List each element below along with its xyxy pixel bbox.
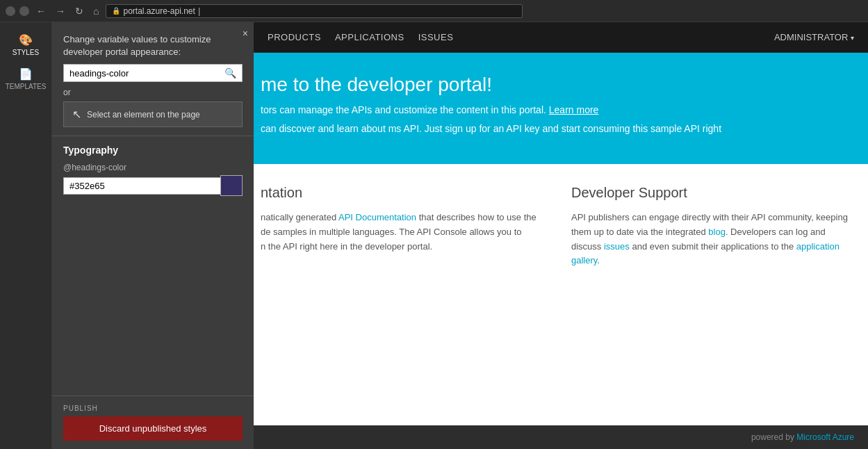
- select-element-label: Select an element on the page: [87, 110, 200, 120]
- publish-label: PUBLISH: [63, 405, 243, 412]
- support-title: Developer Support: [571, 185, 854, 201]
- portal-col-support: Developer Support API publishers can eng…: [571, 185, 854, 411]
- panel-header: Change variable values to customize deve…: [52, 22, 254, 64]
- microsoft-azure-link[interactable]: Microsoft Azure: [796, 432, 854, 442]
- color-value-input[interactable]: [63, 177, 220, 195]
- nav-issues[interactable]: ISSUES: [418, 32, 454, 42]
- docs-title: ntation: [261, 185, 543, 201]
- color-swatch[interactable]: [220, 175, 243, 196]
- address-cursor: |: [198, 6, 200, 16]
- docs-body-1: natically generated: [261, 212, 338, 222]
- lock-icon: 🔒: [112, 7, 120, 15]
- typography-title: Typography: [63, 145, 243, 156]
- typography-section: Typography @headings-color: [52, 136, 254, 204]
- search-row: 🔍: [52, 64, 254, 88]
- nav-applications[interactable]: APPLICATIONS: [335, 32, 404, 42]
- sidebar: 🎨 STYLES 📄 TEMPLATES: [0, 22, 52, 449]
- panel-close-button[interactable]: ×: [243, 28, 248, 39]
- support-body: API publishers can engage directly with …: [571, 211, 854, 268]
- search-button[interactable]: 🔍: [219, 64, 243, 82]
- panel-bottom: PUBLISH Discard unpublished styles: [52, 395, 254, 449]
- url-text: portal.azure-api.net: [123, 6, 195, 16]
- hero-body: can discover and learn about ms API. Jus…: [261, 122, 847, 136]
- sidebar-styles-label: STYLES: [13, 49, 39, 56]
- portal-footer: powered by Microsoft Azure: [254, 425, 868, 449]
- support-body-4: .: [597, 255, 600, 266]
- footer-text: powered by Microsoft Azure: [751, 432, 854, 442]
- admin-arrow-icon: ▾: [851, 34, 854, 42]
- portal-body: ntation natically generated API Document…: [254, 164, 868, 425]
- variable-label: @headings-color: [63, 163, 243, 172]
- learn-more-link[interactable]: Learn more: [549, 104, 599, 115]
- docs-body-4: n the API right here in the developer po…: [261, 241, 432, 252]
- api-docs-link[interactable]: API Documentation: [338, 212, 416, 222]
- browser-refresh-button[interactable]: ↻: [72, 4, 86, 18]
- footer-powered-by: powered by: [751, 432, 796, 442]
- browser-dot-2: [19, 6, 29, 16]
- docs-body-3: de samples in multiple languages. The AP…: [261, 227, 522, 237]
- discard-button[interactable]: Discard unpublished styles: [63, 416, 243, 441]
- browser-home-button[interactable]: ⌂: [90, 4, 101, 18]
- portal-nav: PRODUCTS APPLICATIONS ISSUES ADMINISTRAT…: [254, 22, 868, 53]
- browser-dot-1: [6, 6, 15, 16]
- templates-icon: 📄: [19, 67, 33, 81]
- main-area: 🎨 STYLES 📄 TEMPLATES × Change variable v…: [0, 22, 868, 449]
- color-input-row: [63, 175, 243, 196]
- issues-link[interactable]: issues: [604, 241, 630, 252]
- portal-content: PRODUCTS APPLICATIONS ISSUES ADMINISTRAT…: [254, 22, 868, 449]
- address-bar[interactable]: 🔒 portal.azure-api.net |: [106, 4, 523, 18]
- sidebar-item-templates[interactable]: 📄 TEMPLATES: [0, 62, 51, 96]
- sidebar-item-styles[interactable]: 🎨 STYLES: [0, 28, 51, 62]
- hero-subtitle-text: tors can manage the APIs and customize t…: [261, 104, 546, 115]
- styles-icon: 🎨: [19, 33, 33, 47]
- blog-link[interactable]: blog: [708, 227, 726, 237]
- hero-subtitle: tors can manage the APIs and customize t…: [261, 103, 847, 117]
- select-element-button[interactable]: ↖ Select an element on the page: [63, 101, 243, 127]
- browser-forward-button[interactable]: →: [53, 4, 68, 18]
- portal-col-docs: ntation natically generated API Document…: [261, 185, 543, 411]
- sidebar-templates-label: TEMPLATES: [6, 83, 47, 90]
- styles-panel: × Change variable values to customize de…: [52, 22, 254, 449]
- nav-products[interactable]: PRODUCTS: [268, 32, 321, 42]
- cursor-icon: ↖: [72, 108, 81, 121]
- docs-body-2: that describes how to use the: [416, 212, 537, 222]
- portal-hero: me to the developer portal! tors can man…: [254, 53, 868, 164]
- or-text: or: [52, 88, 254, 101]
- docs-body: natically generated API Documentation th…: [261, 211, 543, 254]
- admin-label: ADMINISTRATOR: [774, 32, 848, 42]
- search-input[interactable]: [63, 64, 219, 82]
- browser-chrome: ← → ↻ ⌂ 🔒 portal.azure-api.net |: [0, 0, 868, 22]
- hero-title: me to the developer portal!: [261, 74, 847, 96]
- browser-back-button[interactable]: ←: [33, 4, 49, 18]
- portal-admin[interactable]: ADMINISTRATOR ▾: [774, 32, 854, 42]
- portal-nav-links: PRODUCTS APPLICATIONS ISSUES: [268, 32, 453, 42]
- support-body-3: and even submit their applications to th…: [630, 241, 796, 252]
